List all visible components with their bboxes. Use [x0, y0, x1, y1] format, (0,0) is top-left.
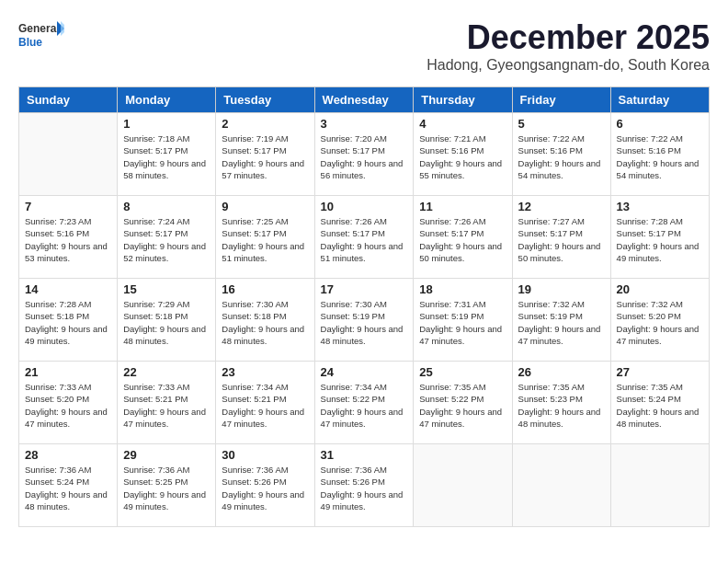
day-number: 30 — [222, 448, 308, 462]
header-friday: Friday — [512, 87, 610, 113]
daylight: Daylight: 9 hours and 54 minutes. — [518, 157, 605, 182]
day-number: 1 — [123, 117, 210, 131]
sunset: Sunset: 5:20 PM — [25, 393, 111, 405]
logo: General Blue — [18, 18, 64, 55]
daylight: Daylight: 9 hours and 51 minutes. — [321, 240, 408, 265]
calendar-cell: 8 Sunrise: 7:24 AM Sunset: 5:17 PM Dayli… — [118, 196, 216, 279]
daylight: Daylight: 9 hours and 47 minutes. — [518, 323, 605, 348]
day-info: Sunrise: 7:32 AM Sunset: 5:19 PM Dayligh… — [518, 298, 605, 347]
day-info: Sunrise: 7:36 AM Sunset: 5:26 PM Dayligh… — [222, 464, 308, 512]
header: General Blue December 2025 Hadong, Gyeon… — [18, 18, 710, 83]
daylight: Daylight: 9 hours and 48 minutes. — [123, 323, 210, 348]
calendar-cell: 24 Sunrise: 7:34 AM Sunset: 5:22 PM Dayl… — [314, 362, 414, 444]
day-info: Sunrise: 7:34 AM Sunset: 5:21 PM Dayligh… — [222, 381, 308, 430]
sunset: Sunset: 5:16 PM — [25, 227, 111, 239]
sunrise: Sunrise: 7:36 AM — [123, 464, 210, 476]
sunrise: Sunrise: 7:34 AM — [321, 381, 408, 393]
header-tuesday: Tuesday — [216, 87, 314, 113]
calendar-cell — [610, 444, 709, 527]
sunrise: Sunrise: 7:24 AM — [123, 215, 210, 227]
daylight: Daylight: 9 hours and 49 minutes. — [321, 488, 408, 513]
sunset: Sunset: 5:24 PM — [617, 393, 703, 405]
day-number: 26 — [518, 365, 605, 379]
calendar-cell: 12 Sunrise: 7:27 AM Sunset: 5:17 PM Dayl… — [512, 196, 610, 279]
daylight: Daylight: 9 hours and 54 minutes. — [617, 157, 703, 182]
day-info: Sunrise: 7:23 AM Sunset: 5:16 PM Dayligh… — [25, 215, 111, 264]
day-number: 15 — [123, 282, 210, 296]
calendar-cell: 19 Sunrise: 7:32 AM Sunset: 5:19 PM Dayl… — [512, 279, 610, 362]
day-number: 24 — [321, 365, 408, 379]
sunset: Sunset: 5:18 PM — [25, 310, 111, 322]
calendar-week-row: 14 Sunrise: 7:28 AM Sunset: 5:18 PM Dayl… — [19, 279, 710, 362]
sunrise: Sunrise: 7:32 AM — [518, 298, 605, 310]
weekday-header-row: Sunday Monday Tuesday Wednesday Thursday… — [19, 87, 710, 113]
daylight: Daylight: 9 hours and 50 minutes. — [518, 240, 605, 265]
day-info: Sunrise: 7:22 AM Sunset: 5:16 PM Dayligh… — [518, 132, 605, 181]
calendar-week-row: 7 Sunrise: 7:23 AM Sunset: 5:16 PM Dayli… — [19, 196, 710, 279]
sunset: Sunset: 5:16 PM — [617, 144, 703, 156]
daylight: Daylight: 9 hours and 48 minutes. — [222, 323, 308, 348]
daylight: Daylight: 9 hours and 47 minutes. — [617, 323, 703, 348]
day-info: Sunrise: 7:34 AM Sunset: 5:22 PM Dayligh… — [321, 381, 408, 430]
sunrise: Sunrise: 7:33 AM — [123, 381, 210, 393]
day-number: 31 — [321, 448, 408, 462]
sunrise: Sunrise: 7:20 AM — [321, 132, 408, 144]
day-info: Sunrise: 7:19 AM Sunset: 5:17 PM Dayligh… — [222, 132, 308, 181]
calendar-cell: 27 Sunrise: 7:35 AM Sunset: 5:24 PM Dayl… — [610, 362, 709, 444]
daylight: Daylight: 9 hours and 49 minutes. — [25, 323, 111, 348]
calendar-cell: 18 Sunrise: 7:31 AM Sunset: 5:19 PM Dayl… — [414, 279, 512, 362]
sunrise: Sunrise: 7:30 AM — [222, 298, 308, 310]
sunrise: Sunrise: 7:36 AM — [25, 464, 111, 476]
daylight: Daylight: 9 hours and 53 minutes. — [25, 240, 111, 265]
day-number: 12 — [518, 200, 605, 213]
sunset: Sunset: 5:22 PM — [321, 393, 408, 405]
day-number: 17 — [321, 282, 408, 296]
sunrise: Sunrise: 7:26 AM — [321, 215, 408, 227]
svg-text:General: General — [18, 22, 60, 35]
calendar-cell: 20 Sunrise: 7:32 AM Sunset: 5:20 PM Dayl… — [610, 279, 709, 362]
sunrise: Sunrise: 7:31 AM — [419, 298, 506, 310]
calendar-cell: 30 Sunrise: 7:36 AM Sunset: 5:26 PM Dayl… — [216, 444, 314, 527]
daylight: Daylight: 9 hours and 50 minutes. — [419, 240, 506, 265]
calendar-cell: 21 Sunrise: 7:33 AM Sunset: 5:20 PM Dayl… — [19, 362, 118, 444]
sunset: Sunset: 5:18 PM — [222, 310, 308, 322]
sunset: Sunset: 5:25 PM — [123, 476, 210, 488]
sunrise: Sunrise: 7:36 AM — [321, 464, 408, 476]
sunset: Sunset: 5:19 PM — [518, 310, 605, 322]
calendar-cell: 10 Sunrise: 7:26 AM Sunset: 5:17 PM Dayl… — [314, 196, 414, 279]
sunrise: Sunrise: 7:26 AM — [419, 215, 506, 227]
sunset: Sunset: 5:17 PM — [123, 144, 210, 156]
calendar-table: Sunday Monday Tuesday Wednesday Thursday… — [18, 86, 710, 527]
sunrise: Sunrise: 7:36 AM — [222, 464, 308, 476]
day-info: Sunrise: 7:35 AM Sunset: 5:23 PM Dayligh… — [518, 381, 605, 430]
daylight: Daylight: 9 hours and 55 minutes. — [419, 157, 506, 182]
calendar-cell: 11 Sunrise: 7:26 AM Sunset: 5:17 PM Dayl… — [414, 196, 512, 279]
day-info: Sunrise: 7:26 AM Sunset: 5:17 PM Dayligh… — [419, 215, 506, 264]
daylight: Daylight: 9 hours and 47 minutes. — [419, 406, 506, 431]
month-title: December 2025 — [427, 18, 710, 57]
daylight: Daylight: 9 hours and 56 minutes. — [321, 157, 408, 182]
sunrise: Sunrise: 7:25 AM — [222, 215, 308, 227]
calendar-cell: 14 Sunrise: 7:28 AM Sunset: 5:18 PM Dayl… — [19, 279, 118, 362]
sunset: Sunset: 5:17 PM — [123, 227, 210, 239]
day-info: Sunrise: 7:24 AM Sunset: 5:17 PM Dayligh… — [123, 215, 210, 264]
daylight: Daylight: 9 hours and 48 minutes. — [617, 406, 703, 431]
sunrise: Sunrise: 7:22 AM — [518, 132, 605, 144]
daylight: Daylight: 9 hours and 51 minutes. — [222, 240, 308, 265]
day-number: 20 — [617, 282, 703, 296]
daylight: Daylight: 9 hours and 48 minutes. — [518, 406, 605, 431]
calendar-cell: 28 Sunrise: 7:36 AM Sunset: 5:24 PM Dayl… — [19, 444, 118, 527]
day-info: Sunrise: 7:32 AM Sunset: 5:20 PM Dayligh… — [617, 298, 703, 347]
daylight: Daylight: 9 hours and 48 minutes. — [25, 488, 111, 513]
calendar-week-row: 21 Sunrise: 7:33 AM Sunset: 5:20 PM Dayl… — [19, 362, 710, 444]
sunset: Sunset: 5:16 PM — [419, 144, 506, 156]
daylight: Daylight: 9 hours and 47 minutes. — [25, 406, 111, 431]
day-number: 10 — [321, 200, 408, 213]
logo-svg: General Blue — [18, 18, 64, 55]
day-number: 2 — [222, 117, 308, 131]
sunrise: Sunrise: 7:35 AM — [419, 381, 506, 393]
sunrise: Sunrise: 7:23 AM — [25, 215, 111, 227]
day-number: 21 — [25, 365, 111, 379]
day-number: 25 — [419, 365, 506, 379]
sunset: Sunset: 5:21 PM — [123, 393, 210, 405]
